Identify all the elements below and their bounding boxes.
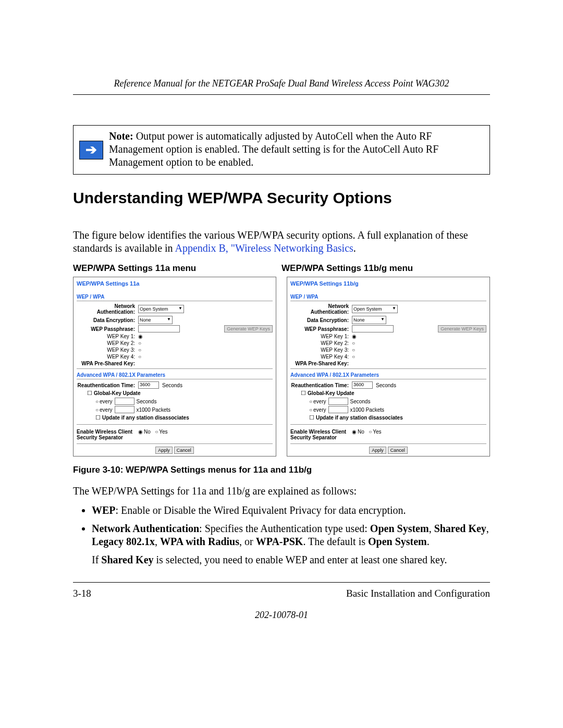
gku-seconds-unit: Seconds xyxy=(350,399,371,404)
gku-seconds-input[interactable] xyxy=(328,398,348,405)
gku-packets-input[interactable] xyxy=(328,406,348,413)
net-auth-label: Network Authentication: xyxy=(290,303,352,315)
apply-button[interactable]: Apply xyxy=(369,447,386,454)
gku-seconds-radio[interactable] xyxy=(95,399,100,404)
arrow-right-icon: ➔ xyxy=(79,141,103,159)
wpa-psk-label: WPA Pre-Shared Key: xyxy=(290,361,352,366)
intro-period: . xyxy=(353,242,356,254)
advanced-heading: Advanced WPA / 802.1X Parameters xyxy=(290,372,486,379)
data-enc-select[interactable]: None xyxy=(352,316,386,324)
bullet-na-b5: WPA-PSK xyxy=(256,536,303,547)
cancel-button[interactable]: Cancel xyxy=(388,447,408,454)
reauth-unit: Seconds xyxy=(162,382,182,388)
data-enc-label: Data Encryption: xyxy=(77,317,138,323)
gku-packets-unit: x1000 Packets xyxy=(350,407,385,413)
wep-passphrase-label: WEP Passphrase: xyxy=(290,326,352,332)
gku-every-2: every xyxy=(100,407,112,413)
bullet-na-sub-b: Shared Key xyxy=(101,554,153,565)
global-key-update-check[interactable] xyxy=(87,390,94,397)
wep-key1-radio[interactable] xyxy=(352,334,358,339)
bullet-na-b4: WPA with Radius xyxy=(160,536,239,547)
bullet-na-c5: . The default is xyxy=(303,536,368,547)
appendix-link[interactable]: Appendix B, "Wireless Networking Basics xyxy=(175,242,353,254)
wep-key4-radio[interactable] xyxy=(138,354,142,360)
reauth-input[interactable]: 3600 xyxy=(138,381,159,389)
wep-key4-label: WEP Key 4: xyxy=(290,354,352,360)
note-text: Output power is automatically adjusted b… xyxy=(109,130,438,168)
bullet-na-b6: Open System xyxy=(368,536,427,547)
sec-sep-yes-radio[interactable] xyxy=(155,429,159,435)
update-disassoc-label: Update if any station disassociates xyxy=(316,415,403,421)
sec-sep-yes-radio[interactable] xyxy=(369,429,373,435)
wep-passphrase-input[interactable] xyxy=(138,325,180,332)
bullet-na-b3: Legacy 802.1x xyxy=(92,536,155,547)
net-auth-select[interactable]: Open System xyxy=(138,305,184,313)
bullet-na-c4: , or xyxy=(239,536,256,547)
wep-key2-radio[interactable] xyxy=(352,340,356,346)
sec-sep-no-radio[interactable] xyxy=(138,429,144,435)
note-label: Note: xyxy=(109,130,133,142)
gku-every-1: every xyxy=(100,399,112,404)
wep-key2-radio[interactable] xyxy=(138,340,142,346)
advanced-heading: Advanced WPA / 802.1X Parameters xyxy=(77,372,273,379)
wep-passphrase-label: WEP Passphrase: xyxy=(77,326,138,332)
bullet-na-c1: , xyxy=(429,523,434,534)
bullet-wep-desc: : Enable or Disable the Wired Equivalent… xyxy=(116,504,406,516)
page-number: 3-18 xyxy=(73,588,91,599)
bullet-na-c6: . xyxy=(427,536,430,547)
reauth-input[interactable]: 3600 xyxy=(352,381,373,389)
after-figure-text: The WEP/WPA Settings for 11a and 11b/g a… xyxy=(73,485,490,498)
generate-wep-keys-button[interactable]: Generate WEP Keys xyxy=(438,325,486,332)
cancel-button[interactable]: Cancel xyxy=(174,447,194,454)
settings-panel-11a: WEP/WPA Settings 11a WEP / WPA Network A… xyxy=(73,277,276,456)
wep-key3-radio[interactable] xyxy=(138,347,142,353)
sec-sep-no-radio[interactable] xyxy=(352,429,358,435)
gku-packets-input[interactable] xyxy=(115,406,134,413)
figure-caption: Figure 3-10: WEP/WPA Settings menus for … xyxy=(73,465,490,475)
reauth-label: Reauthentication Time: xyxy=(290,382,352,388)
wep-wpa-heading: WEP / WPA xyxy=(77,294,273,301)
wpa-psk-label: WPA Pre-Shared Key: xyxy=(77,361,138,366)
gku-seconds-radio[interactable] xyxy=(309,399,313,404)
gku-seconds-unit: Seconds xyxy=(137,399,157,404)
update-disassoc-check[interactable] xyxy=(95,414,102,421)
gku-seconds-input[interactable] xyxy=(115,398,134,405)
settings-panel-11bg: WEP/WPA Settings 11b/g WEP / WPA Network… xyxy=(287,277,490,456)
global-key-update-check[interactable] xyxy=(301,390,308,397)
net-auth-label: Network Authentication: xyxy=(77,303,138,315)
wep-key2-label: WEP Key 2: xyxy=(77,340,138,346)
wep-passphrase-input[interactable] xyxy=(352,325,394,332)
panel-title: WEP/WPA Settings 11b/g xyxy=(290,280,486,287)
sec-separator-label: Enable Wireless Client Security Separato… xyxy=(290,429,352,440)
sec-sep-yes-label: Yes xyxy=(373,429,381,435)
column-label-left: WEP/WPA Settings 11a menu xyxy=(73,263,282,274)
wep-key1-label: WEP Key 1: xyxy=(290,334,352,339)
gku-packets-radio[interactable] xyxy=(309,407,313,413)
data-enc-label: Data Encryption: xyxy=(290,317,352,323)
wep-key1-radio[interactable] xyxy=(138,334,144,339)
bullet-na-sub-c: is selected, you need to enable WEP and … xyxy=(154,554,447,565)
data-enc-select[interactable]: None xyxy=(138,316,173,324)
bullet-wep-term: WEP xyxy=(92,504,116,516)
bullet-na-c3: , xyxy=(155,536,160,547)
page-header: Reference Manual for the NETGEAR ProSafe… xyxy=(73,78,490,95)
bullet-na-b2: Shared Key xyxy=(434,523,486,534)
sec-separator-label: Enable Wireless Client Security Separato… xyxy=(77,429,138,440)
apply-button[interactable]: Apply xyxy=(155,447,173,454)
wep-key4-radio[interactable] xyxy=(352,354,356,360)
gku-every-1: every xyxy=(313,399,326,404)
wep-key3-radio[interactable] xyxy=(352,347,356,353)
footer-section-title: Basic Installation and Configuration xyxy=(346,588,490,599)
page-footer: 3-18 Basic Installation and Configuratio… xyxy=(73,582,490,599)
wep-key4-label: WEP Key 4: xyxy=(77,354,138,360)
update-disassoc-check[interactable] xyxy=(309,414,316,421)
generate-wep-keys-button[interactable]: Generate WEP Keys xyxy=(224,325,273,332)
gku-packets-radio[interactable] xyxy=(95,407,100,413)
bullet-na-sub-a: If xyxy=(92,554,101,565)
wep-key2-label: WEP Key 2: xyxy=(290,340,352,346)
gku-every-2: every xyxy=(313,407,326,413)
doc-number: 202-10078-01 xyxy=(73,610,490,621)
bullet-na-term: Network Authentication xyxy=(92,523,199,534)
net-auth-select[interactable]: Open System xyxy=(352,305,398,313)
reauth-unit: Seconds xyxy=(376,382,396,388)
